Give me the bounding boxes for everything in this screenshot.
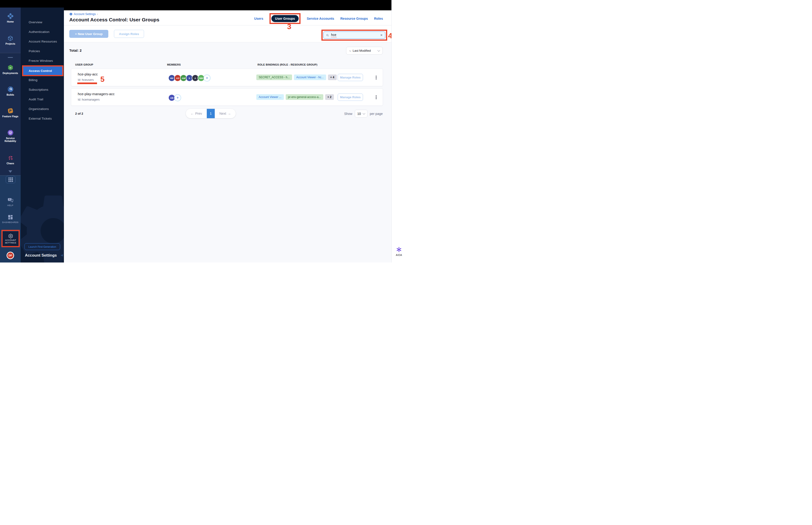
main-content: Account Settings › Account Access Contro… (64, 10, 392, 262)
arrow-right-icon: → (228, 111, 231, 115)
annotation-box-3: User Groups (270, 13, 301, 24)
per-page-select[interactable]: 10 (355, 110, 367, 118)
column-header-members: MEMBERS (167, 63, 181, 66)
user-avatar[interactable]: DP (6, 252, 14, 259)
sort-label: Last Modified (353, 49, 371, 52)
menu-item-account-resources[interactable]: Account Resources (21, 38, 64, 45)
browser-chrome-bar (0, 0, 392, 7)
clear-search-icon[interactable]: ✕ (380, 33, 383, 37)
new-user-group-button[interactable]: + New User Group (69, 30, 108, 38)
breadcrumb-account-settings[interactable]: Account Settings (74, 13, 96, 16)
menu-item-policies[interactable]: Policies (21, 47, 64, 55)
annotation-box-2: Access Control (22, 65, 63, 76)
arrow-left-icon: ← (190, 111, 194, 115)
annotation-box-1 (1, 230, 20, 247)
menu-item-external-tickets[interactable]: External Tickets (21, 115, 64, 122)
table-row[interactable]: hce-play-acc Id: hceusers 5 HK AS AM S A… (71, 69, 383, 86)
menu-item-freeze-windows[interactable]: Freeze Windows (21, 57, 64, 64)
aida-flower-icon (396, 246, 402, 253)
sidebar-dash (8, 57, 13, 58)
more-bindings-badge[interactable]: + 4 (328, 75, 337, 80)
nav-builds[interactable]: Builds (0, 86, 21, 96)
role-bindings: SECRET_ACCESS - h... Account Viewer - hc… (256, 75, 337, 80)
tab-bar: Users User Groups Service Accounts Resou… (254, 13, 383, 24)
manage-roles-button[interactable]: Manage Roles (338, 74, 363, 81)
add-member-button[interactable]: + (203, 75, 211, 81)
next-page-button[interactable]: Next → (215, 109, 236, 118)
module-selector-button[interactable] (6, 176, 16, 183)
left-sidebar: Home Projects ∞ Deployments Builds (0, 7, 21, 262)
nav-feature-flags[interactable]: Feature Flags (0, 108, 21, 118)
search-icon (326, 34, 329, 37)
settings-panel-title: Account Settings (25, 253, 57, 258)
tab-service-accounts[interactable]: Service Accounts (307, 17, 334, 20)
menu-item-access-control[interactable]: Access Control (23, 66, 62, 75)
tab-roles[interactable]: Roles (374, 17, 383, 20)
aida-label: AIDA (396, 254, 402, 256)
annotation-underline-5 (77, 82, 97, 84)
role-binding-pill: Account Viewer - hc... (294, 75, 326, 80)
manage-roles-button[interactable]: Manage Roles (338, 93, 363, 101)
nav-deployments[interactable]: ∞ Deployments (0, 64, 21, 75)
list-body: Total: 2 ↑↓ Last Modified USER GROUP MEM… (64, 42, 392, 262)
right-strip: AIDA (392, 0, 406, 262)
search-input[interactable]: hce ✕ (323, 31, 385, 39)
tab-user-groups[interactable]: User Groups (271, 15, 299, 22)
aida-button[interactable]: AIDA (392, 246, 406, 256)
sidebar-divider (0, 53, 21, 53)
tab-resource-groups[interactable]: Resource Groups (340, 17, 368, 20)
grid-icon (9, 177, 13, 182)
dashboards-icon (7, 214, 13, 220)
page-header: Account Settings › Account Access Contro… (64, 10, 392, 25)
menu-item-billing[interactable]: Billing (21, 76, 64, 84)
per-page-control: Show 10 per page (344, 110, 383, 118)
nav-help[interactable]: ? HELP (0, 197, 21, 207)
show-label: Show (344, 112, 352, 116)
per-page-label: per page (370, 112, 383, 116)
role-bindings: Account Viewer ... pr-env-general-access… (256, 94, 334, 100)
nav-projects[interactable]: Projects (0, 35, 21, 45)
service-reliability-icon (7, 130, 14, 136)
role-binding-pill: SECRET_ACCESS - h... (256, 75, 292, 80)
total-count: Total: 2 (69, 48, 81, 52)
menu-item-organizations[interactable]: Organizations (21, 105, 64, 112)
add-member-button[interactable]: + (174, 94, 181, 101)
column-header-role-bindings: ROLE BINDINGS (ROLE - RESOURCE GROUP) (258, 63, 318, 66)
user-group-id: Id: hceusers (78, 78, 94, 81)
sort-dropdown[interactable]: ↑↓ Last Modified (346, 47, 383, 55)
nav-service-reliability[interactable]: Service Reliability (0, 130, 21, 142)
menu-item-subscriptions[interactable]: Subscriptions (21, 86, 64, 93)
nav-chaos[interactable]: Chaos (0, 155, 21, 165)
sidebar-divider-2 (0, 175, 21, 176)
assign-roles-button[interactable]: Assign Roles (114, 30, 144, 38)
browser-chrome-bar-main (64, 7, 392, 10)
settings-sidebar: Overview Authentication Account Resource… (21, 7, 64, 262)
row-menu-button[interactable] (374, 94, 379, 100)
more-bindings-badge[interactable]: + 2 (325, 94, 334, 100)
menu-item-overview[interactable]: Overview (21, 18, 64, 26)
user-group-name[interactable]: hce-play-acc (78, 72, 98, 76)
chevron-down-icon[interactable] (9, 170, 12, 173)
user-group-id: Id: hcemanagers (78, 98, 99, 101)
menu-item-audit-trail[interactable]: Audit Trail (21, 96, 64, 103)
launch-first-generation-button[interactable]: Launch First Generation (25, 243, 60, 250)
chevron-down-icon (377, 49, 380, 51)
table-row[interactable]: hce-play-managers-acc Id: hcemanagers AB… (71, 88, 383, 106)
nav-dashboards[interactable]: DASHBOARDS (0, 214, 21, 224)
prev-page-button[interactable]: ← Prev (186, 109, 207, 118)
menu-item-authentication[interactable]: Authentication (21, 28, 64, 35)
tab-users[interactable]: Users (254, 17, 263, 20)
collapse-sidebar-icon[interactable]: ◀ (61, 253, 63, 257)
annotation-number-3: 3 (287, 22, 291, 31)
search-value: hce (331, 33, 336, 38)
members-avatars: HK AS AM S A NM + (168, 75, 211, 81)
nav-home[interactable]: Home (0, 13, 21, 23)
svg-text:∞: ∞ (10, 66, 11, 69)
builds-icon (7, 86, 14, 92)
feature-flags-icon (7, 108, 14, 114)
deployments-icon: ∞ (7, 64, 14, 71)
breadcrumb-separator: › (97, 13, 98, 16)
current-page-button[interactable]: 1 (207, 109, 215, 118)
user-group-name[interactable]: hce-play-managers-acc (78, 92, 114, 96)
row-menu-button[interactable] (374, 75, 379, 80)
